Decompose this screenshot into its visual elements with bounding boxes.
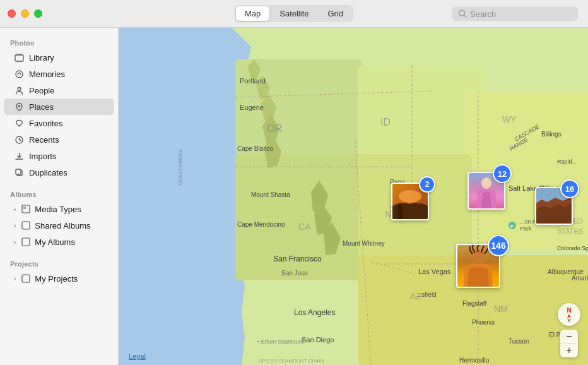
favorites-icon bbox=[14, 118, 24, 128]
svg-text:• Erben Seamount: • Erben Seamount bbox=[257, 338, 304, 345]
sidebar-item-media-types[interactable]: › Media Types bbox=[4, 201, 114, 217]
minimize-button[interactable] bbox=[21, 9, 29, 18]
svg-rect-2 bbox=[15, 55, 23, 61]
sidebar-item-imports-label: Imports bbox=[29, 152, 56, 161]
zoom-in-button[interactable]: + bbox=[560, 344, 578, 357]
sidebar-item-people[interactable]: People bbox=[4, 82, 114, 99]
compass-rose: N bbox=[558, 303, 580, 326]
sidebar-item-people-label: People bbox=[29, 86, 54, 95]
albums-section-label: Albums bbox=[0, 186, 118, 201]
sidebar-item-favorites[interactable]: Favorites bbox=[4, 115, 114, 131]
cluster-badge-2: 2 bbox=[419, 176, 435, 193]
tab-satellite[interactable]: Satellite bbox=[271, 6, 317, 21]
sidebar-item-shared-albums[interactable]: › Shared Albums bbox=[4, 217, 114, 234]
svg-marker-83 bbox=[567, 314, 571, 318]
svg-text:Phoenix: Phoenix bbox=[472, 319, 495, 326]
sidebar-item-my-projects[interactable]: › My Projects bbox=[4, 270, 114, 287]
photo-cluster-1[interactable]: 2 bbox=[391, 182, 429, 220]
svg-text:Eugene: Eugene bbox=[240, 104, 264, 111]
sidebar-item-media-types-label: Media Types bbox=[35, 205, 81, 214]
compass-north-label: N bbox=[567, 307, 571, 314]
sidebar-item-my-albums[interactable]: › My Albums bbox=[4, 234, 114, 250]
sidebar-item-library[interactable]: Library bbox=[4, 49, 114, 66]
sidebar-item-places-label: Places bbox=[29, 102, 54, 112]
places-icon bbox=[14, 102, 24, 112]
sidebar-item-duplicates[interactable]: Duplicates bbox=[4, 164, 114, 181]
my-projects-icon bbox=[21, 273, 31, 284]
sidebar-item-my-projects-label: My Projects bbox=[35, 274, 78, 284]
tab-grid[interactable]: Grid bbox=[319, 6, 352, 21]
fullscreen-button[interactable] bbox=[34, 9, 42, 18]
svg-text:San Francisco: San Francisco bbox=[273, 254, 322, 263]
svg-text:Hermosillo: Hermosillo bbox=[459, 357, 490, 364]
photo-cluster-4[interactable]: 146 bbox=[456, 244, 500, 288]
imports-icon bbox=[14, 151, 24, 161]
svg-text:STATES: STATES bbox=[557, 227, 583, 235]
photos-section-label: Photos bbox=[0, 34, 118, 49]
svg-text:NM: NM bbox=[494, 304, 508, 314]
sidebar-item-favorites-label: Favorites bbox=[29, 119, 62, 128]
sidebar-item-library-label: Library bbox=[29, 53, 54, 63]
view-tab-group: Map Satellite Grid bbox=[235, 5, 353, 22]
svg-rect-11 bbox=[23, 206, 26, 209]
svg-text:San Jose: San Jose bbox=[281, 270, 308, 277]
cluster-badge-146: 146 bbox=[488, 235, 509, 256]
sidebar-item-recents-label: Recents bbox=[29, 135, 59, 145]
tab-map[interactable]: Map bbox=[236, 6, 269, 21]
svg-text:Las Vegas: Las Vegas bbox=[418, 268, 451, 275]
chevron-right-icon: › bbox=[14, 206, 16, 213]
svg-rect-13 bbox=[22, 238, 30, 246]
svg-text:Rapid...: Rapid... bbox=[557, 159, 577, 165]
svg-text:Billings: Billings bbox=[541, 131, 562, 138]
svg-text:Cape Blanco: Cape Blanco bbox=[237, 145, 274, 152]
sidebar-item-memories-label: Memories bbox=[29, 69, 65, 79]
sidebar-item-my-albums-label: My Albums bbox=[35, 237, 75, 247]
svg-text:Cape Mendocino: Cape Mendocino bbox=[237, 221, 285, 228]
svg-text:P: P bbox=[510, 224, 514, 229]
svg-text:Mount Shasta: Mount Shasta bbox=[251, 191, 290, 198]
svg-text:Flagstaff: Flagstaff bbox=[462, 300, 486, 307]
svg-rect-14 bbox=[22, 275, 30, 282]
map-area[interactable]: OR ID WY CA NV UT CO AZ NM UNITED STATES… bbox=[119, 28, 588, 365]
main-content: Photos Library Memories bbox=[0, 28, 588, 365]
view-tabs-container: Map Satellite Grid bbox=[235, 5, 353, 22]
svg-text:CA: CA bbox=[298, 222, 311, 232]
sidebar-item-places[interactable]: Places bbox=[4, 99, 114, 115]
zoom-out-button[interactable]: − bbox=[560, 330, 578, 344]
svg-point-80 bbox=[481, 177, 491, 189]
svg-text:OR: OR bbox=[267, 123, 282, 134]
photo-cluster-3[interactable]: 16 bbox=[535, 187, 573, 225]
zoom-controls[interactable]: − + bbox=[560, 330, 578, 357]
recents-icon bbox=[14, 135, 24, 145]
cluster-badge-12: 12 bbox=[493, 164, 512, 183]
search-input[interactable] bbox=[470, 9, 572, 18]
legal-link[interactable]: Legal bbox=[129, 352, 146, 360]
svg-text:Park: Park bbox=[520, 225, 532, 232]
people-icon bbox=[14, 85, 24, 95]
search-icon bbox=[458, 9, 467, 18]
svg-rect-3 bbox=[16, 54, 22, 55]
svg-text:Mount Whitney: Mount Whitney bbox=[343, 240, 385, 247]
svg-text:Los Angeles: Los Angeles bbox=[294, 308, 335, 317]
sidebar-item-duplicates-label: Duplicates bbox=[29, 168, 68, 177]
photo-cluster-2[interactable]: 12 bbox=[467, 172, 505, 210]
svg-text:Colorado Spri...: Colorado Spri... bbox=[557, 245, 588, 251]
svg-text:Tucson: Tucson bbox=[509, 338, 529, 345]
close-button[interactable] bbox=[8, 9, 16, 18]
search-box[interactable] bbox=[452, 6, 578, 21]
shared-albums-icon bbox=[21, 220, 31, 230]
compass-zoom-control: N − + bbox=[558, 303, 580, 357]
svg-text:ID: ID bbox=[380, 117, 391, 128]
svg-rect-10 bbox=[22, 205, 30, 213]
svg-line-1 bbox=[464, 15, 467, 18]
sidebar-item-shared-albums-label: Shared Albums bbox=[35, 221, 90, 230]
cluster-badge-16: 16 bbox=[560, 179, 579, 198]
svg-rect-12 bbox=[22, 222, 30, 229]
svg-point-79 bbox=[399, 190, 421, 203]
svg-point-4 bbox=[16, 71, 23, 78]
sidebar-item-memories[interactable]: Memories bbox=[4, 66, 114, 82]
sidebar-item-recents[interactable]: Recents bbox=[4, 131, 114, 148]
sidebar-item-imports[interactable]: Imports bbox=[4, 148, 114, 164]
svg-text:WY: WY bbox=[502, 114, 517, 124]
chevron-right-icon-3: › bbox=[14, 239, 16, 246]
